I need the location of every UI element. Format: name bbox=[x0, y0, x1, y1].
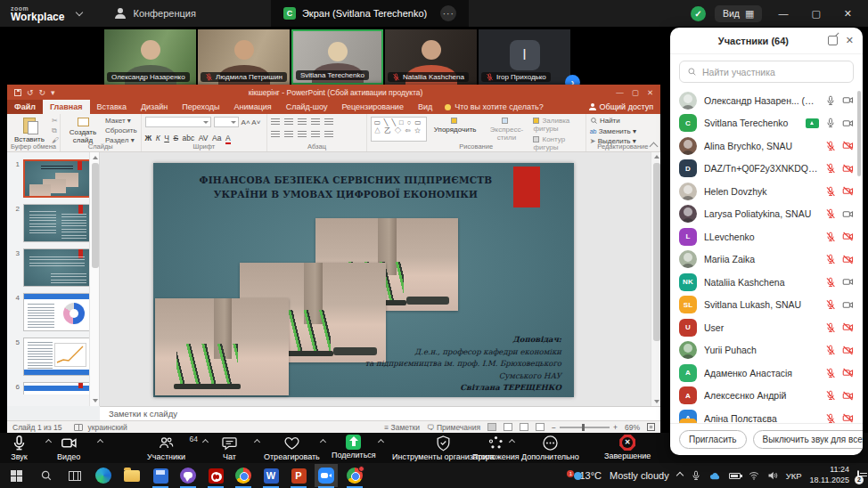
participant-row[interactable]: A Алексеєнко Андрій bbox=[670, 385, 863, 408]
mic-status-icon[interactable] bbox=[825, 208, 836, 219]
tab-more-icon[interactable]: ··· bbox=[440, 5, 456, 21]
camera-status-icon[interactable] bbox=[842, 276, 854, 288]
video-tile-2[interactable]: Людмила Петришин bbox=[198, 29, 290, 85]
camera-status-icon[interactable] bbox=[842, 299, 854, 311]
scroll-down-arrow[interactable] bbox=[93, 399, 98, 403]
slide-thumbnail-1[interactable]: 1 bbox=[12, 159, 99, 198]
video-button[interactable]: Видео bbox=[57, 435, 80, 461]
audio-button[interactable]: Звук bbox=[11, 435, 28, 461]
camera-status-icon[interactable] bbox=[842, 254, 854, 265]
tray-mic-icon[interactable] bbox=[691, 470, 701, 481]
end-meeting-button[interactable]: ✕ Завершение bbox=[604, 435, 651, 460]
tab-home[interactable]: Главная bbox=[43, 100, 90, 114]
security-shield-icon[interactable]: ✓ bbox=[691, 6, 706, 21]
camera-status-icon[interactable] bbox=[842, 321, 854, 333]
participant-row[interactable]: Олександр Назарен... (Организатор, я) bbox=[670, 89, 863, 112]
align-left-button[interactable] bbox=[271, 129, 280, 137]
camera-status-icon[interactable] bbox=[842, 412, 854, 423]
camera-status-icon[interactable] bbox=[842, 231, 854, 242]
bullets-button[interactable] bbox=[271, 117, 280, 125]
participant-row[interactable]: A Аліна Полєтаєва bbox=[670, 407, 863, 423]
popout-icon[interactable] bbox=[828, 36, 838, 45]
spellcheck-icon[interactable] bbox=[74, 424, 83, 431]
close-button[interactable]: ✕ bbox=[837, 8, 859, 20]
close-panel-icon[interactable]: ✕ bbox=[846, 35, 854, 46]
line-spacing-button[interactable] bbox=[324, 117, 333, 125]
office-share-button[interactable]: Общий доступ bbox=[589, 102, 653, 111]
audio-options-chevron[interactable] bbox=[45, 439, 52, 445]
ppt-maximize-button[interactable]: ▢ bbox=[632, 88, 639, 97]
taskbar-viber[interactable] bbox=[179, 467, 197, 484]
camera-status-icon[interactable] bbox=[842, 163, 854, 175]
notes-pane[interactable]: Заметки к слайду bbox=[100, 406, 660, 420]
mic-status-icon[interactable] bbox=[825, 277, 836, 288]
cut-icon[interactable]: ✂ bbox=[52, 117, 59, 125]
slide-thumbnail-4[interactable]: 4 bbox=[12, 293, 99, 331]
slide-scrollbar[interactable] bbox=[651, 152, 660, 406]
font-name-input[interactable] bbox=[145, 117, 211, 127]
participant-row[interactable]: A Адаменко Анастасія bbox=[670, 362, 863, 385]
participants-button[interactable]: Участники 64 bbox=[147, 435, 185, 461]
numbering-button[interactable] bbox=[284, 117, 293, 125]
participant-search-box[interactable] bbox=[679, 61, 854, 83]
share-screen-button[interactable]: Поделиться bbox=[332, 435, 376, 460]
scrollbar-thumb[interactable] bbox=[653, 163, 660, 341]
reading-view-button[interactable] bbox=[520, 423, 528, 431]
participant-row[interactable]: SL Svitlana Lukash, SNAU bbox=[670, 294, 863, 317]
quick-styles-button[interactable]: Экспресс-стили bbox=[483, 117, 529, 142]
video-tile-4[interactable]: Nataliia Kashchena bbox=[385, 29, 477, 85]
language-indicator[interactable]: украинский bbox=[87, 423, 127, 432]
camera-status-icon[interactable] bbox=[842, 208, 854, 220]
participant-row[interactable]: NK Nataliia Kashchena bbox=[670, 271, 863, 294]
mic-status-icon[interactable] bbox=[825, 95, 836, 106]
taskbar-edge[interactable] bbox=[94, 467, 112, 484]
participant-row[interactable]: Larysa Poliatykina, SNAU bbox=[670, 203, 863, 226]
mute-all-button[interactable]: Выключить звук для всех bbox=[753, 430, 863, 449]
camera-status-icon[interactable] bbox=[842, 118, 854, 129]
volume-icon[interactable] bbox=[767, 470, 778, 481]
participant-row[interactable]: Mariia Zaika bbox=[670, 248, 863, 272]
view-button[interactable]: Вид ▦ bbox=[715, 5, 762, 22]
onedrive-cloud-icon[interactable] bbox=[709, 470, 721, 482]
slide-thumbnail-2[interactable]: 2 bbox=[12, 204, 99, 242]
redo-icon[interactable]: ↻ bbox=[39, 88, 46, 97]
mic-status-icon[interactable] bbox=[825, 254, 836, 264]
tab-screen-share[interactable]: C Экран (Svitlana Terechenko) ··· bbox=[271, 0, 469, 27]
video-tile-5[interactable]: I Ігор Приходько bbox=[479, 29, 570, 85]
replace-button[interactable]: ab Заменить ▾ bbox=[590, 127, 636, 135]
action-center-button[interactable]: 2 bbox=[857, 471, 859, 481]
mic-status-icon[interactable] bbox=[825, 368, 836, 378]
tab-insert[interactable]: Вставка bbox=[90, 100, 134, 114]
new-slide-button[interactable]: Создать слайд bbox=[64, 117, 102, 145]
tab-meeting[interactable]: Конференция bbox=[102, 0, 208, 27]
align-right-button[interactable] bbox=[298, 129, 307, 137]
video-options-chevron[interactable] bbox=[97, 439, 103, 445]
save-icon[interactable] bbox=[14, 89, 21, 96]
scroll-up-arrow[interactable] bbox=[654, 155, 659, 159]
share-options-chevron[interactable] bbox=[378, 439, 384, 445]
start-button[interactable] bbox=[7, 467, 25, 484]
invite-button[interactable]: Пригласить bbox=[679, 430, 747, 449]
reset-button[interactable]: Сбросить bbox=[105, 126, 137, 134]
mic-status-icon[interactable] bbox=[825, 141, 836, 151]
slide-thumbnail-3[interactable]: 3 bbox=[12, 248, 99, 287]
taskbar-file-explorer[interactable] bbox=[123, 467, 141, 484]
notes-toggle[interactable]: ≡ Заметки bbox=[384, 423, 420, 432]
weather-temp[interactable]: 13°C bbox=[579, 470, 602, 481]
current-slide[interactable]: ФІНАНСОВА БЕЗПЕКА СЕРВІСНИХ ПІДПРИЄМСТВ … bbox=[153, 163, 574, 397]
language-switcher[interactable]: УКР bbox=[786, 471, 802, 481]
participant-row[interactable]: Yurii Puhach bbox=[670, 339, 863, 362]
more-button[interactable]: Дополнительно bbox=[521, 435, 579, 461]
video-tile-3-active-speaker[interactable]: Svitlana Terechenko bbox=[291, 29, 383, 85]
react-options-chevron[interactable] bbox=[320, 439, 326, 445]
comments-toggle[interactable]: 🗨 Примечания bbox=[427, 423, 480, 432]
mic-status-icon[interactable] bbox=[825, 299, 836, 310]
zoom-level[interactable]: 69% bbox=[625, 423, 640, 432]
taskbar-chrome[interactable] bbox=[234, 467, 252, 484]
arrange-button[interactable]: Упорядочить bbox=[430, 117, 480, 134]
copy-icon[interactable]: ⧉ bbox=[52, 126, 59, 134]
zoom-slider[interactable]: −+ bbox=[552, 423, 618, 432]
react-button[interactable]: Отреагировать bbox=[264, 435, 320, 461]
camera-status-icon[interactable] bbox=[842, 140, 854, 151]
chat-button[interactable]: Чат bbox=[221, 435, 238, 461]
